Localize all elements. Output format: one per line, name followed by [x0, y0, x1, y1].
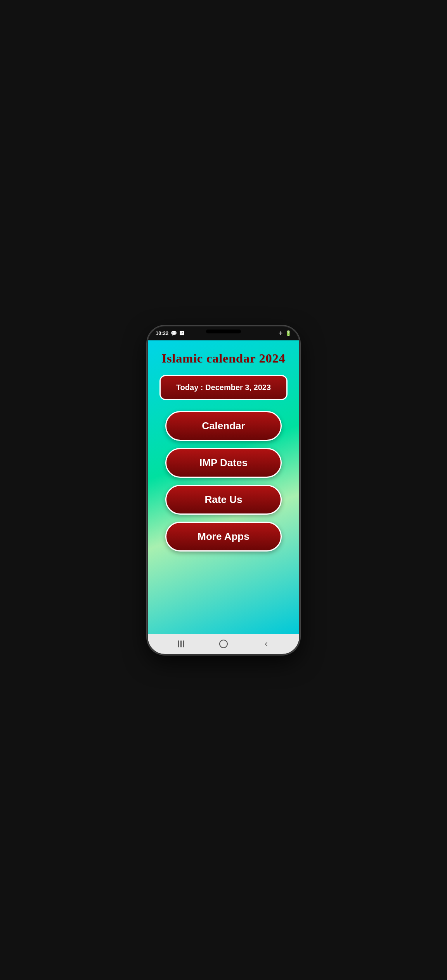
- today-display: Today : December 3, 2023: [159, 375, 288, 400]
- messages-icon: 💬: [171, 330, 177, 336]
- image-icon: 🖼: [179, 330, 184, 336]
- home-icon: [219, 640, 228, 648]
- imp-dates-button[interactable]: IMP Dates: [165, 448, 282, 478]
- nav-bar: ‹: [148, 634, 299, 654]
- app-screen: Islamic calendar 2024 Today : December 3…: [148, 340, 299, 634]
- back-button[interactable]: ‹: [258, 636, 274, 652]
- home-button[interactable]: [216, 636, 231, 652]
- phone-frame: 10:22 💬 🖼 ✈ 🔋 Islamic calendar 2024 Toda…: [148, 326, 299, 654]
- status-left: 10:22 💬 🖼: [156, 330, 184, 336]
- status-bar: 10:22 💬 🖼 ✈ 🔋: [148, 326, 299, 340]
- airplane-icon: ✈: [279, 330, 283, 336]
- time-display: 10:22: [156, 330, 168, 336]
- more-apps-button[interactable]: More Apps: [165, 522, 282, 552]
- rate-us-button[interactable]: Rate Us: [165, 485, 282, 515]
- app-title: Islamic calendar 2024: [161, 351, 285, 366]
- notch: [206, 330, 241, 333]
- battery-icon: 🔋: [285, 330, 291, 336]
- status-right: ✈ 🔋: [279, 330, 291, 336]
- calendar-button[interactable]: Calendar: [165, 411, 282, 441]
- recent-apps-button[interactable]: [173, 636, 189, 652]
